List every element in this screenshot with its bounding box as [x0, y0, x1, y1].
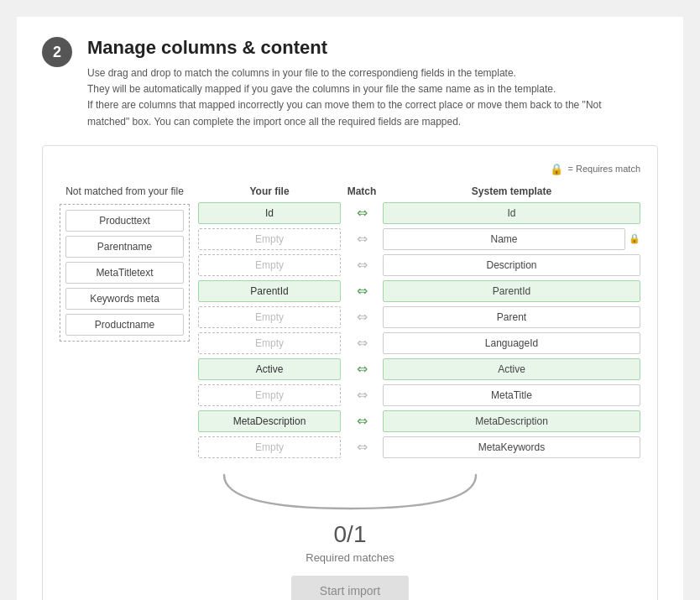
system-field-0: Id: [383, 202, 640, 224]
desc-line-3: If there are columns that mapped incorre…: [87, 99, 602, 111]
chip-productname[interactable]: Productname: [65, 314, 184, 336]
system-field-8: MetaDescription: [383, 410, 640, 432]
arrow-6: ⇔: [341, 361, 383, 377]
mapping-row-7: Empty ⇔ MetaTitle: [198, 384, 640, 406]
mapping-row-1: Empty ⇔ Name 🔒: [198, 228, 640, 250]
counter-label: Required matches: [60, 551, 640, 564]
arrow-5: ⇔: [341, 335, 383, 351]
col-header-system: System template: [383, 185, 640, 197]
requires-match-text: = Requires match: [567, 164, 640, 174]
system-wrap-6: Active: [383, 358, 640, 380]
mapping-row-0: Id ⇔ Id: [198, 202, 640, 224]
chip-metatitletext[interactable]: MetaTitletext: [65, 262, 184, 284]
mapping-row-6: Active ⇔ Active: [198, 358, 640, 380]
page-container: 2 Manage columns & content Use drag and …: [17, 17, 683, 600]
system-field-5: LanguageId: [383, 332, 640, 354]
main-card: 🔒 = Requires match Not matched from your…: [42, 145, 658, 600]
system-field-4: Parent: [383, 306, 640, 328]
arrow-7: ⇔: [341, 387, 383, 403]
chip-producttext[interactable]: Producttext: [65, 210, 184, 232]
system-wrap-3: ParentId: [383, 280, 640, 302]
header-text: Manage columns & content Use drag and dr…: [87, 37, 602, 130]
system-wrap-7: MetaTitle: [383, 384, 640, 406]
start-import-button[interactable]: Start import: [291, 576, 409, 600]
col-header-match: Match: [341, 185, 383, 197]
page-header: 2 Manage columns & content Use drag and …: [42, 37, 658, 130]
file-field-0[interactable]: Id: [198, 202, 341, 224]
arrow-1: ⇔: [341, 231, 383, 247]
mapping-header: Your file Match System template: [198, 185, 640, 197]
step-number: 2: [42, 37, 72, 67]
arrow-3: ⇔: [341, 283, 383, 299]
system-wrap-4: Parent: [383, 306, 640, 328]
requires-match-row: 🔒 = Requires match: [60, 163, 640, 175]
desc-line-4: matched" box. You can complete the impor…: [87, 116, 461, 128]
system-wrap-2: Description: [383, 254, 640, 276]
system-field-2: Description: [383, 254, 640, 276]
not-matched-box: Producttext Parentname MetaTitletext Key…: [60, 204, 190, 342]
mapping-row-9: Empty ⇔ MetaKeywords: [198, 436, 640, 458]
mapping-area: Your file Match System template Id ⇔ Id …: [198, 185, 640, 462]
mapping-row-5: Empty ⇔ LanguageId: [198, 332, 640, 354]
desc-line-2: They will be automatically mapped if you…: [87, 83, 556, 95]
file-field-3[interactable]: ParentId: [198, 280, 341, 302]
lock-badge-1: 🔒: [629, 233, 640, 244]
brace-svg: [216, 471, 484, 513]
system-field-9: MetaKeywords: [383, 436, 640, 458]
not-matched-title: Not matched from your file: [60, 185, 190, 197]
col-header-your-file: Your file: [198, 185, 341, 197]
arrow-4: ⇔: [341, 309, 383, 325]
arrow-0: ⇔: [341, 205, 383, 221]
brace-section: [60, 471, 640, 513]
system-wrap-0: Id: [383, 202, 640, 224]
file-field-6[interactable]: Active: [198, 358, 341, 380]
not-matched-panel: Not matched from your file Producttext P…: [60, 185, 190, 342]
chip-keywords-meta[interactable]: Keywords meta: [65, 288, 184, 310]
arrow-8: ⇔: [341, 413, 383, 429]
file-field-4[interactable]: Empty: [198, 306, 341, 328]
counter-value: 0/1: [60, 521, 640, 548]
page-title: Manage columns & content: [87, 37, 602, 59]
desc-line-1: Use drag and drop to match the columns i…: [87, 67, 516, 79]
system-wrap-5: LanguageId: [383, 332, 640, 354]
chip-parentname[interactable]: Parentname: [65, 236, 184, 258]
page-description: Use drag and drop to match the columns i…: [87, 65, 602, 130]
mapping-row-8: MetaDescription ⇔ MetaDescription: [198, 410, 640, 432]
mapping-row-2: Empty ⇔ Description: [198, 254, 640, 276]
file-field-2[interactable]: Empty: [198, 254, 341, 276]
mapping-row-3: ParentId ⇔ ParentId: [198, 280, 640, 302]
system-wrap-1: Name 🔒: [383, 228, 640, 250]
arrow-2: ⇔: [341, 257, 383, 273]
lock-icon: 🔒: [550, 163, 563, 175]
mapping-row-4: Empty ⇔ Parent: [198, 306, 640, 328]
arrow-9: ⇔: [341, 439, 383, 455]
file-field-1[interactable]: Empty: [198, 228, 341, 250]
system-wrap-9: MetaKeywords: [383, 436, 640, 458]
file-field-5[interactable]: Empty: [198, 332, 341, 354]
counter-section: 0/1 Required matches: [60, 521, 640, 564]
columns-layout: Not matched from your file Producttext P…: [60, 185, 640, 462]
system-wrap-8: MetaDescription: [383, 410, 640, 432]
system-field-1: Name: [383, 228, 625, 250]
system-field-6: Active: [383, 358, 640, 380]
file-field-9[interactable]: Empty: [198, 436, 341, 458]
system-field-7: MetaTitle: [383, 384, 640, 406]
file-field-8[interactable]: MetaDescription: [198, 410, 341, 432]
system-field-3: ParentId: [383, 280, 640, 302]
file-field-7[interactable]: Empty: [198, 384, 341, 406]
